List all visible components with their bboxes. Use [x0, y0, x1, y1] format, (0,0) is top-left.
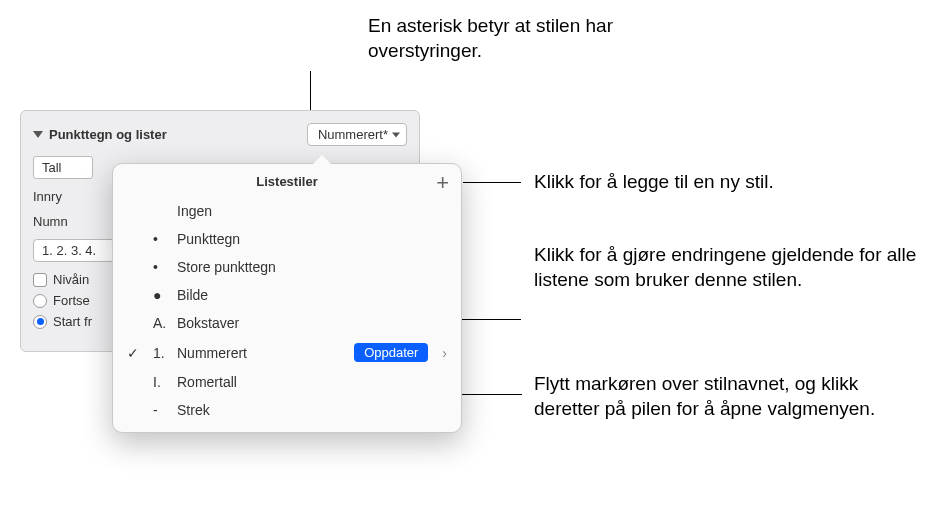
style-label: Romertall — [177, 374, 237, 390]
disclosure-triangle-icon[interactable] — [33, 131, 43, 138]
start-from-label: Start fr — [53, 314, 92, 329]
image-bullet-icon: ● — [153, 287, 177, 303]
style-prefix: A. — [153, 315, 177, 331]
style-item-none[interactable]: Ingen — [113, 197, 461, 225]
style-label: Nummerert — [177, 345, 247, 361]
panel-title: Punkttegn og lister — [49, 127, 167, 142]
hierarchy-dropdown[interactable]: 1. 2. 3. 4. — [33, 239, 115, 262]
style-item-large-bullet[interactable]: • Store punkttegn — [113, 253, 461, 281]
style-label: Store punkttegn — [177, 259, 276, 275]
popover-title-text: Listestiler — [256, 174, 317, 189]
style-label: Bilde — [177, 287, 208, 303]
style-label: Strek — [177, 402, 210, 418]
update-style-button[interactable]: Oppdater — [354, 343, 428, 362]
style-label: Punkttegn — [177, 231, 240, 247]
style-prefix: 1. — [153, 345, 177, 361]
callout-add: Klikk for å legge til en ny stil. — [534, 170, 774, 195]
level-label: Nivåin — [53, 272, 89, 287]
callout-asterisk: En asterisk betyr at stilen har overstyr… — [368, 14, 688, 63]
indent-label: Innry — [33, 189, 62, 204]
number-format-select[interactable]: Tall — [33, 156, 93, 179]
chevron-right-icon[interactable]: › — [442, 345, 447, 361]
list-styles-popover: Listestiler + Ingen • Punkttegn • Store … — [112, 163, 462, 433]
style-item-roman[interactable]: I. Romertall — [113, 368, 461, 396]
style-item-image[interactable]: ● Bilde — [113, 281, 461, 309]
callout-arrow: Flytt markøren over stilnavnet, og klikk… — [534, 372, 894, 421]
style-prefix: I. — [153, 374, 177, 390]
popover-title: Listestiler + — [113, 164, 461, 197]
style-item-numbered[interactable]: ✓ 1. Nummerert Oppdater › — [113, 337, 461, 368]
continue-radio[interactable] — [33, 294, 47, 308]
bullet-icon: • — [153, 259, 177, 275]
style-item-letters[interactable]: A. Bokstaver — [113, 309, 461, 337]
style-label: Ingen — [177, 203, 212, 219]
level-checkbox[interactable] — [33, 273, 47, 287]
style-item-dash[interactable]: - Strek — [113, 396, 461, 424]
style-label: Bokstaver — [177, 315, 239, 331]
list-style-dropdown[interactable]: Nummerert* — [307, 123, 407, 146]
checkmark-icon: ✓ — [127, 345, 139, 361]
callout-line — [458, 394, 522, 395]
bullet-icon: • — [153, 231, 177, 247]
add-style-button[interactable]: + — [436, 172, 449, 194]
continue-label: Fortse — [53, 293, 90, 308]
panel-header: Punkttegn og lister Nummerert* — [33, 123, 407, 146]
numbers-label: Numn — [33, 214, 68, 229]
style-prefix: - — [153, 402, 177, 418]
start-from-radio[interactable] — [33, 315, 47, 329]
callout-update: Klikk for å gjøre endringene gjeldende f… — [534, 243, 934, 292]
style-item-bullet[interactable]: • Punkttegn — [113, 225, 461, 253]
callout-line — [463, 182, 521, 183]
style-list: Ingen • Punkttegn • Store punkttegn ● Bi… — [113, 197, 461, 424]
